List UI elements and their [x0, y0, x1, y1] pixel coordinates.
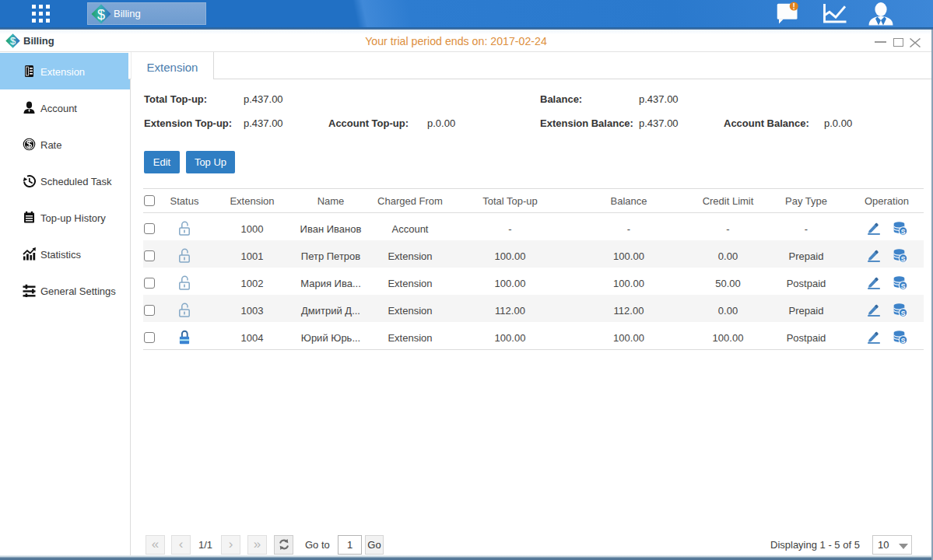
- svg-text:S: S: [901, 309, 906, 317]
- svg-text:S: S: [901, 336, 906, 344]
- svg-text:$: $: [97, 6, 105, 22]
- svg-text:S: S: [901, 282, 906, 289]
- svg-text:!: !: [793, 2, 795, 11]
- svg-text:S: S: [901, 254, 906, 262]
- svg-text:S: S: [901, 227, 906, 235]
